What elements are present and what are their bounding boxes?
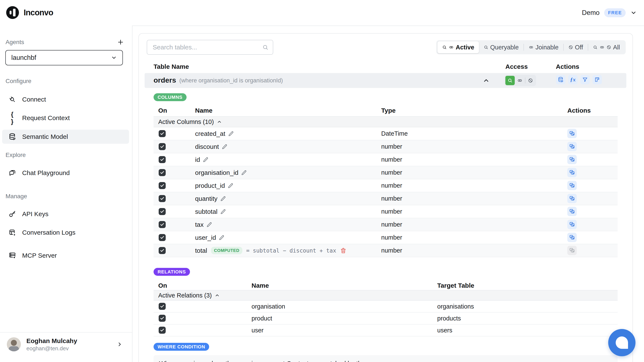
copy-edit-button[interactable]: [567, 142, 577, 151]
ban-icon: [568, 45, 573, 50]
column-row: tax number: [154, 218, 618, 231]
column-row: user_id number: [154, 231, 618, 244]
search-icon: [508, 78, 512, 83]
workspace-switcher[interactable]: Demo FREE: [582, 0, 637, 26]
copy-edit-button[interactable]: [567, 220, 577, 229]
column-checkbox[interactable]: [159, 221, 166, 228]
table-filter-segmented-control: Active Queryable Joinable Off All: [436, 40, 626, 54]
formula-fx-icon: ƒx: [570, 76, 576, 83]
column-checkbox[interactable]: [159, 195, 166, 202]
copy-edit-button[interactable]: [567, 194, 577, 203]
column-name: id: [195, 156, 200, 163]
agent-select[interactable]: launchbf: [5, 50, 123, 65]
active-relations-group-toggle[interactable]: Active Relations (3): [154, 290, 618, 301]
access-segmented-control: [504, 75, 536, 86]
column-checkbox[interactable]: [159, 234, 166, 241]
chat-launcher-button[interactable]: [608, 329, 636, 356]
copy-edit-button[interactable]: [567, 233, 577, 242]
edit-pencil-icon[interactable]: [228, 183, 233, 188]
where-condition-panel: When querying orders, the rows in a requ…: [154, 355, 618, 362]
relation-checkbox[interactable]: [159, 327, 166, 334]
column-row: organisation_id number: [154, 166, 618, 179]
column-checkbox[interactable]: [159, 182, 166, 189]
sidebar-item-chat-playground[interactable]: Chat Playground: [2, 166, 129, 180]
access-joinable-button[interactable]: [515, 76, 524, 85]
column-checkbox[interactable]: [159, 208, 166, 215]
filter-tab-active[interactable]: Active: [438, 41, 479, 53]
search-input[interactable]: [147, 40, 273, 55]
edit-pencil-icon[interactable]: [222, 144, 227, 150]
column-checkbox[interactable]: [159, 247, 166, 254]
column-name: quantity: [195, 195, 218, 202]
filter-tab-queryable[interactable]: Queryable: [479, 41, 524, 53]
copy-edit-button[interactable]: [567, 207, 577, 216]
filter-condition-button[interactable]: [580, 75, 590, 84]
column-row-computed: total COMPUTED = subtotal − discount + t…: [154, 244, 618, 257]
edit-pencil-icon[interactable]: [241, 170, 246, 176]
sidebar-item-semantic-model[interactable]: Semantic Model: [2, 130, 129, 144]
sidebar-item-connect[interactable]: Connect: [2, 92, 129, 106]
copy-edit-button[interactable]: [567, 129, 577, 138]
filter-tab-all[interactable]: All: [588, 41, 624, 53]
brand-logo[interactable]: Inconvo: [6, 6, 53, 19]
filter-tab-off[interactable]: Off: [564, 41, 588, 53]
collapse-button[interactable]: [483, 77, 490, 84]
column-row: discount number: [154, 140, 618, 153]
relation-checkbox[interactable]: [159, 315, 166, 322]
check-icon: [160, 132, 164, 136]
edit-pencil-icon[interactable]: [220, 196, 226, 202]
relations-section-badge: RELATIONS: [154, 268, 190, 276]
chevron-down-icon: [630, 10, 637, 16]
column-type: number: [381, 231, 402, 244]
trash-icon[interactable]: [340, 248, 346, 254]
sidebar-item-label: Connect: [22, 96, 46, 103]
key-icon: [8, 210, 16, 218]
chat-bubbles-icon: [8, 169, 16, 177]
column-checkbox[interactable]: [159, 169, 166, 176]
workspace-name: Demo: [582, 9, 600, 16]
column-checkbox[interactable]: [159, 130, 166, 137]
access-off-button[interactable]: [526, 76, 535, 85]
copy-edit-button-disabled: [567, 246, 577, 255]
relation-name: user: [252, 324, 264, 336]
column-row: created_at DateTime: [154, 127, 618, 140]
active-columns-group-toggle[interactable]: Active Columns (10): [154, 116, 618, 127]
access-queryable-button[interactable]: [505, 76, 515, 85]
edit-pencil-icon[interactable]: [228, 131, 234, 136]
sidebar-item-api-keys[interactable]: API Keys: [2, 207, 129, 221]
add-formula-button[interactable]: ƒx: [568, 75, 578, 84]
edit-pencil-icon[interactable]: [206, 222, 212, 228]
measure-button[interactable]: [592, 75, 602, 84]
edit-pencil-icon[interactable]: [203, 157, 208, 162]
edit-pencil-icon[interactable]: [219, 235, 224, 240]
sidebar-item-mcp-server[interactable]: MCP Server: [2, 248, 129, 262]
col-header-table-name: Table Name: [154, 63, 189, 70]
check-icon: [160, 170, 164, 175]
copy-edit-icon: [569, 208, 575, 214]
table-row-orders[interactable]: orders (where organisation_id is organis…: [144, 73, 626, 88]
column-type: number: [381, 140, 402, 153]
manage-section-label: Manage: [6, 193, 27, 200]
sidebar-item-conversation-logs[interactable]: Conversation Logs: [2, 226, 129, 240]
column-checkbox[interactable]: [159, 156, 166, 163]
sidebar-item-request-context[interactable]: { } Request Context: [2, 111, 129, 125]
copy-edit-button[interactable]: [567, 155, 577, 164]
server-sparkle-icon: [8, 252, 16, 259]
table-actions: ƒx: [556, 75, 602, 84]
column-checkbox[interactable]: [159, 143, 166, 150]
relation-checkbox[interactable]: [159, 303, 166, 310]
edit-columns-button[interactable]: [556, 75, 566, 84]
column-row: quantity number: [154, 192, 618, 205]
sidebar-item-label: Semantic Model: [22, 133, 68, 140]
copy-edit-button[interactable]: [567, 168, 577, 177]
user-menu[interactable]: Eoghan Mulcahy eoghan@ten.dev: [0, 332, 132, 356]
relation-row: organisation organisations: [154, 301, 618, 312]
edit-pencil-icon[interactable]: [220, 209, 226, 214]
relations-table-header: On Name Target Table: [154, 282, 618, 290]
copy-edit-button[interactable]: [567, 181, 577, 190]
sidebar: Agents launchbf Configure Connect { } Re…: [0, 26, 132, 362]
copy-edit-icon: [569, 182, 575, 188]
check-icon: [160, 222, 164, 227]
filter-tab-joinable[interactable]: Joinable: [524, 41, 563, 53]
add-agent-button[interactable]: [116, 38, 125, 46]
